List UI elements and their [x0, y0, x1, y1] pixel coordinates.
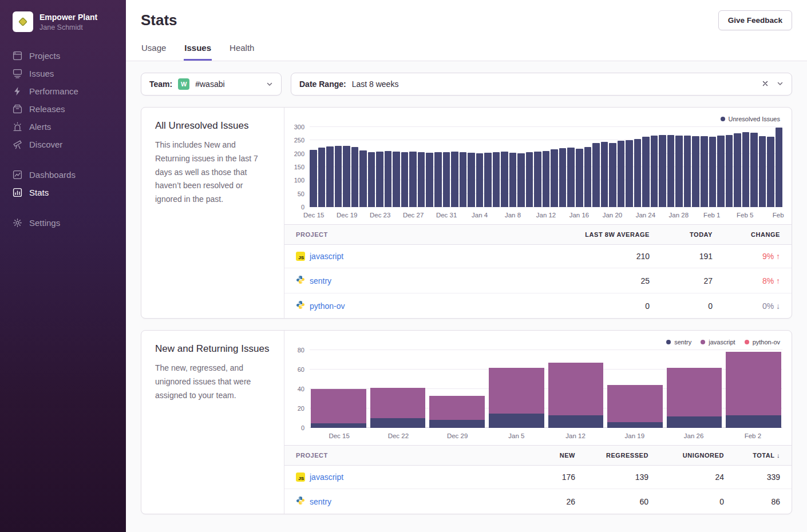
- chart-bar: [717, 136, 725, 207]
- table-header-row: PROJECT LAST 8W AVERAGE TODAY CHANGE: [284, 225, 792, 245]
- tab-issues[interactable]: Issues: [184, 39, 212, 61]
- sidebar-item-label: Releases: [29, 104, 65, 114]
- chart-bar: [559, 148, 567, 207]
- chart-bar: [426, 153, 433, 207]
- table-row: sentry 26 60 0 86: [284, 489, 792, 514]
- col-new: NEW: [523, 446, 587, 465]
- legend-item[interactable]: python-ov: [745, 339, 780, 346]
- today-value: 191: [661, 245, 724, 268]
- javascript-icon: JS: [296, 252, 305, 261]
- chart-bar: [675, 136, 683, 207]
- python-icon: [296, 275, 305, 286]
- chart-bar: [767, 137, 774, 207]
- chart-bar: [667, 350, 722, 428]
- table-row: sentry 25 27 8% ↑: [284, 268, 792, 293]
- chart-bar: [460, 152, 467, 207]
- clear-date-icon[interactable]: [762, 80, 769, 89]
- chart-bar: [393, 152, 400, 207]
- sidebar-item-label: Issues: [29, 69, 54, 78]
- chart-bar: [709, 137, 717, 207]
- nav-primary: Projects Issues Performance Releases Ale…: [13, 47, 126, 153]
- org-switcher[interactable]: Empower Plant Jane Schmidt: [13, 11, 126, 32]
- python-icon: [296, 496, 305, 507]
- sidebar-item-label: Dashboards: [29, 170, 76, 180]
- dashboards-icon: [13, 170, 22, 180]
- arrow-down-icon: ↓: [776, 301, 780, 311]
- chart-bar: [370, 350, 426, 428]
- chart-bar: [434, 152, 442, 207]
- project-link[interactable]: sentry: [310, 276, 331, 285]
- unresolved-issues-table: PROJECT LAST 8W AVERAGE TODAY CHANGE JS …: [284, 224, 792, 318]
- chart-bars[interactable]: [310, 350, 782, 428]
- col-project: PROJECT: [284, 225, 535, 244]
- avg-value: 210: [535, 245, 661, 268]
- chart-bar: [584, 147, 592, 207]
- panel-description: The new, regressed, and unignored issues…: [155, 362, 270, 402]
- chart-bar: [626, 140, 633, 207]
- org-name: Empower Plant: [39, 12, 97, 22]
- x-axis-labels: Dec 15Dec 19Dec 23Dec 27Dec 31Jan 4Jan 8…: [310, 207, 782, 222]
- arrow-up-icon: ↑: [776, 276, 780, 285]
- give-feedback-button[interactable]: Give Feedback: [718, 10, 792, 30]
- team-select[interactable]: Team: W #wasabi: [141, 73, 282, 96]
- chart-bar: [429, 350, 485, 428]
- chart-bar: [501, 152, 508, 207]
- team-avatar: W: [178, 78, 189, 90]
- sidebar-item-label: Settings: [29, 218, 60, 228]
- col-project: PROJECT: [284, 446, 523, 465]
- change-value: 9% ↑: [724, 245, 792, 268]
- project-link[interactable]: python-ov: [310, 301, 345, 311]
- col-total[interactable]: TOTAL ↓: [735, 446, 792, 465]
- chart-bars[interactable]: [310, 127, 782, 207]
- chart-bar: [634, 139, 642, 207]
- chart-bar: [351, 147, 359, 207]
- chart-bar: [607, 350, 663, 428]
- app-root: Empower Plant Jane Schmidt Projects Issu…: [0, 0, 807, 532]
- table-row: JS javascript 176 139 24 339: [284, 466, 792, 489]
- chart-bar: [543, 151, 550, 207]
- chart-bar: [476, 153, 484, 207]
- alerts-icon: [13, 122, 22, 132]
- regressed-value: 139: [587, 466, 660, 489]
- sidebar-item-settings[interactable]: Settings: [13, 214, 126, 232]
- tab-health[interactable]: Health: [229, 39, 255, 61]
- unresolved-issues-chart[interactable]: Unresolved Issues 050100150200250300 Dec…: [284, 108, 792, 224]
- legend-item[interactable]: Unresolved Issues: [721, 116, 781, 122]
- chart-bar: [385, 151, 392, 207]
- y-axis-labels: 050100150200250300: [289, 127, 310, 207]
- chart-bar: [601, 142, 608, 207]
- sidebar-item-dashboards[interactable]: Dashboards: [13, 166, 126, 184]
- legend-item[interactable]: sentry: [666, 339, 691, 346]
- python-icon: [296, 300, 305, 311]
- tab-usage[interactable]: Usage: [141, 39, 167, 61]
- date-range-select[interactable]: Date Range: Last 8 weeks: [291, 73, 792, 96]
- chart-bar: [443, 152, 450, 207]
- x-axis-labels: Dec 15Dec 22Dec 29Jan 5Jan 12Jan 19Jan 2…: [310, 428, 782, 443]
- panel-title: All Unresolved Issues: [155, 120, 270, 132]
- chart-bar: [567, 148, 575, 207]
- new-returning-issues-chart[interactable]: sentryjavascriptpython-ov 020406080 Dec …: [284, 331, 792, 445]
- chart-bar: [534, 152, 541, 207]
- sidebar-item-label: Stats: [29, 188, 49, 197]
- sidebar-item-stats[interactable]: Stats: [13, 184, 126, 201]
- page-title: Stats: [141, 11, 177, 29]
- legend-item[interactable]: javascript: [701, 339, 735, 346]
- main-area: Stats Give Feedback Usage Issues Health …: [126, 0, 807, 532]
- sidebar-item-performance[interactable]: Performance: [13, 82, 126, 100]
- project-link[interactable]: javascript: [310, 473, 343, 482]
- col-today: TODAY: [661, 225, 724, 244]
- project-link[interactable]: sentry: [310, 497, 331, 506]
- sidebar-item-alerts[interactable]: Alerts: [13, 118, 126, 136]
- sidebar-item-issues[interactable]: Issues: [13, 65, 126, 82]
- sidebar-item-label: Performance: [29, 86, 78, 96]
- chart-bar: [551, 149, 558, 207]
- chevron-down-icon: [266, 81, 273, 88]
- project-link[interactable]: javascript: [310, 252, 343, 261]
- sidebar-item-discover[interactable]: Discover: [13, 136, 126, 153]
- sidebar-item-releases[interactable]: Releases: [13, 100, 126, 118]
- chevron-down-icon: [777, 80, 784, 89]
- unignored-value: 0: [660, 490, 735, 513]
- chart-bar: [409, 152, 417, 207]
- performance-icon: [13, 86, 22, 96]
- sidebar-item-projects[interactable]: Projects: [13, 47, 126, 65]
